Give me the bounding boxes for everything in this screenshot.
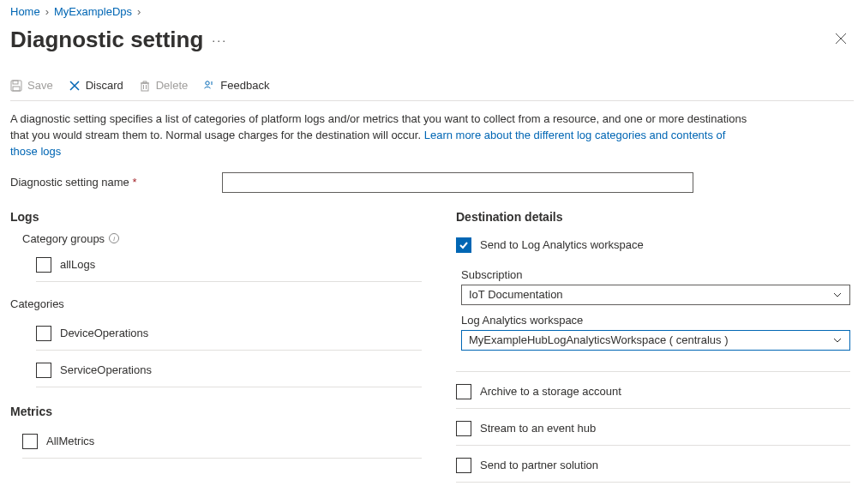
chevron-down-icon	[832, 290, 843, 300]
diagnostic-setting-name-input[interactable]	[222, 172, 693, 193]
save-label: Save	[27, 79, 53, 92]
save-button[interactable]: Save	[10, 79, 53, 92]
svg-rect-3	[141, 83, 148, 91]
event-hub-label: Stream to an event hub	[480, 422, 596, 435]
categories-heading: Categories	[10, 297, 422, 310]
all-metrics-checkbox[interactable]	[22, 434, 38, 449]
device-operations-row: DeviceOperations	[36, 319, 422, 351]
storage-account-checkbox[interactable]	[456, 384, 471, 399]
delete-label: Delete	[156, 79, 189, 92]
discard-label: Discard	[86, 79, 123, 92]
svg-point-4	[206, 81, 209, 84]
category-groups-heading: Category groups i	[22, 232, 422, 245]
service-operations-checkbox[interactable]	[36, 363, 51, 378]
partner-solution-label: Send to partner solution	[480, 459, 598, 471]
header: Diagnostic setting ···	[10, 27, 854, 74]
more-actions-button[interactable]: ···	[212, 33, 227, 47]
breadcrumb-home[interactable]: Home	[10, 5, 40, 18]
device-operations-checkbox[interactable]	[36, 326, 51, 341]
device-operations-label: DeviceOperations	[60, 327, 148, 339]
log-analytics-label: Send to Log Analytics workspace	[480, 238, 644, 251]
delete-button[interactable]: Delete	[139, 79, 189, 92]
feedback-label: Feedback	[220, 79, 269, 92]
feedback-icon	[203, 80, 215, 92]
metrics-heading: Metrics	[10, 405, 422, 418]
service-operations-row: ServiceOperations	[36, 356, 422, 387]
svg-rect-2	[13, 87, 20, 91]
subscription-value: IoT Documentation	[469, 288, 563, 301]
all-logs-checkbox[interactable]	[36, 257, 51, 273]
subscription-label: Subscription	[461, 268, 850, 281]
all-metrics-row: AllMetrics	[22, 427, 422, 459]
description-text: A diagnostic setting specifies a list of…	[10, 101, 747, 172]
event-hub-checkbox[interactable]	[456, 421, 471, 436]
logs-metrics-column: Logs Category groups i allLogs Categorie…	[10, 210, 422, 483]
event-hub-destination: Stream to an event hub	[456, 414, 850, 446]
destination-column: Destination details Send to Log Analytic…	[456, 210, 850, 483]
save-icon	[10, 80, 22, 92]
discard-icon	[69, 80, 81, 92]
all-logs-label: allLogs	[60, 258, 95, 271]
delete-icon	[139, 80, 151, 92]
breadcrumb-resource[interactable]: MyExampleDps	[54, 5, 132, 18]
page-title: Diagnostic setting	[10, 27, 203, 53]
all-metrics-label: AllMetrics	[46, 435, 94, 447]
destination-details-heading: Destination details	[456, 210, 850, 224]
log-analytics-checkbox[interactable]	[456, 237, 471, 253]
toolbar: Save Discard Delete Feedback	[10, 74, 854, 101]
breadcrumb: Home › MyExampleDps ›	[10, 2, 854, 27]
close-icon	[835, 33, 847, 45]
partner-solution-checkbox[interactable]	[456, 458, 471, 473]
partner-solution-destination: Send to partner solution	[456, 451, 850, 483]
storage-account-label: Archive to a storage account	[480, 385, 621, 398]
chevron-right-icon: ›	[45, 5, 49, 18]
info-icon[interactable]: i	[109, 233, 119, 243]
subscription-select[interactable]: IoT Documentation	[461, 285, 850, 305]
logs-heading: Logs	[10, 210, 422, 224]
storage-account-destination: Archive to a storage account	[456, 377, 850, 409]
workspace-value: MyExampleHubLogAnalyticsWorkspace ( cent…	[469, 333, 729, 346]
feedback-button[interactable]: Feedback	[203, 79, 269, 92]
svg-rect-1	[13, 81, 18, 84]
name-label: Diagnostic setting name *	[10, 176, 136, 189]
workspace-label: Log Analytics workspace	[461, 314, 850, 327]
log-analytics-destination: Send to Log Analytics workspace Subscrip…	[456, 232, 850, 372]
discard-button[interactable]: Discard	[69, 79, 123, 92]
name-field-row: Diagnostic setting name *	[10, 172, 854, 193]
all-logs-row: allLogs	[36, 250, 422, 282]
chevron-down-icon	[832, 335, 843, 345]
close-button[interactable]	[828, 27, 854, 52]
workspace-select[interactable]: MyExampleHubLogAnalyticsWorkspace ( cent…	[461, 330, 850, 351]
service-operations-label: ServiceOperations	[60, 363, 152, 376]
chevron-right-icon: ›	[137, 5, 141, 18]
